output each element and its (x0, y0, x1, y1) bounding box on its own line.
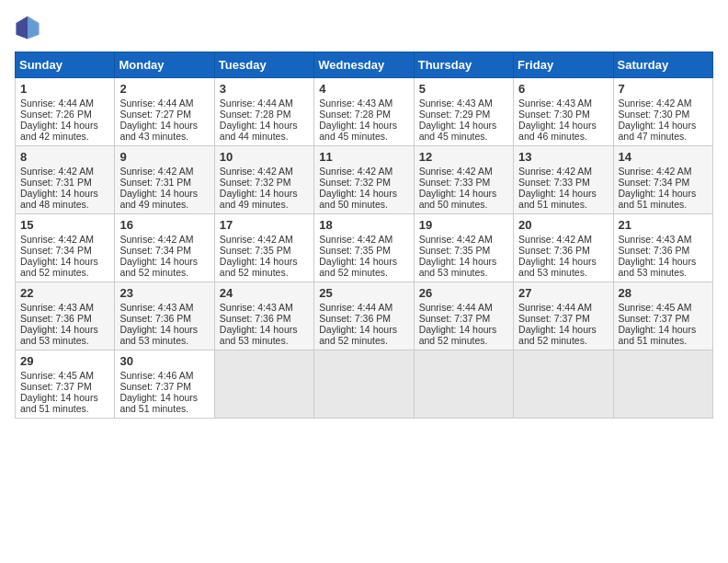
sunrise-label: Sunrise: 4:45 AM (619, 302, 692, 313)
calendar-cell (514, 350, 613, 419)
calendar-cell: 15 Sunrise: 4:42 AM Sunset: 7:34 PM Dayl… (16, 214, 115, 282)
sunset-label: Sunset: 7:33 PM (419, 177, 491, 188)
day-number: 24 (220, 286, 309, 300)
calendar-cell (214, 350, 313, 419)
calendar-cell: 23 Sunrise: 4:43 AM Sunset: 7:36 PM Dayl… (115, 282, 214, 350)
day-number: 28 (619, 286, 708, 300)
sunset-label: Sunset: 7:37 PM (119, 381, 191, 392)
sunrise-label: Sunrise: 4:43 AM (319, 98, 392, 109)
sunset-label: Sunset: 7:34 PM (20, 245, 92, 256)
calendar-cell: 21 Sunrise: 4:43 AM Sunset: 7:36 PM Dayl… (613, 214, 712, 282)
day-number: 13 (518, 150, 608, 164)
calendar-cell: 20 Sunrise: 4:42 AM Sunset: 7:36 PM Dayl… (514, 214, 613, 282)
calendar-cell: 11 Sunrise: 4:42 AM Sunset: 7:32 PM Dayl… (314, 146, 414, 214)
day-number: 11 (319, 150, 408, 164)
sunset-label: Sunset: 7:35 PM (220, 245, 291, 256)
sunrise-label: Sunrise: 4:44 AM (119, 98, 193, 109)
daylight-label: Daylight: 14 hours and 42 minutes. (20, 120, 98, 142)
daylight-label: Daylight: 14 hours and 45 minutes. (319, 120, 397, 142)
sunrise-label: Sunrise: 4:44 AM (20, 98, 94, 109)
daylight-label: Daylight: 14 hours and 43 minutes. (119, 120, 198, 142)
daylight-label: Daylight: 14 hours and 53 minutes. (518, 256, 597, 278)
weekday-header: Sunday (16, 52, 115, 78)
calendar-cell: 19 Sunrise: 4:42 AM Sunset: 7:35 PM Dayl… (414, 214, 513, 282)
sunrise-label: Sunrise: 4:43 AM (619, 234, 692, 245)
weekday-header: Monday (115, 52, 214, 78)
calendar-cell: 27 Sunrise: 4:44 AM Sunset: 7:37 PM Dayl… (514, 282, 613, 350)
weekday-header: Wednesday (314, 52, 414, 78)
sunrise-label: Sunrise: 4:42 AM (518, 166, 592, 177)
day-number: 15 (20, 218, 109, 232)
page-header (15, 15, 713, 40)
daylight-label: Daylight: 14 hours and 52 minutes. (518, 324, 597, 346)
day-number: 27 (518, 286, 608, 300)
day-number: 26 (419, 286, 508, 300)
sunrise-label: Sunrise: 4:45 AM (20, 370, 94, 381)
day-number: 21 (619, 218, 708, 232)
daylight-label: Daylight: 14 hours and 51 minutes. (119, 392, 198, 414)
sunset-label: Sunset: 7:30 PM (619, 109, 690, 120)
daylight-label: Daylight: 14 hours and 53 minutes. (119, 324, 198, 346)
daylight-label: Daylight: 14 hours and 52 minutes. (220, 256, 298, 278)
calendar-cell: 30 Sunrise: 4:46 AM Sunset: 7:37 PM Dayl… (115, 350, 214, 419)
sunrise-label: Sunrise: 4:42 AM (419, 234, 493, 245)
sunset-label: Sunset: 7:37 PM (619, 313, 690, 324)
sunset-label: Sunset: 7:36 PM (619, 245, 690, 256)
day-number: 2 (119, 82, 209, 96)
calendar-cell (314, 350, 414, 419)
sunrise-label: Sunrise: 4:43 AM (518, 98, 592, 109)
day-number: 10 (220, 150, 309, 164)
calendar-week-row: 8 Sunrise: 4:42 AM Sunset: 7:31 PM Dayli… (16, 146, 713, 214)
sunset-label: Sunset: 7:31 PM (119, 177, 191, 188)
sunset-label: Sunset: 7:36 PM (119, 313, 191, 324)
calendar-cell: 22 Sunrise: 4:43 AM Sunset: 7:36 PM Dayl… (16, 282, 115, 350)
day-number: 29 (20, 354, 109, 368)
daylight-label: Daylight: 14 hours and 52 minutes. (319, 256, 397, 278)
day-number: 6 (518, 82, 608, 96)
sunset-label: Sunset: 7:33 PM (518, 177, 590, 188)
sunrise-label: Sunrise: 4:42 AM (619, 98, 692, 109)
sunset-label: Sunset: 7:36 PM (319, 313, 391, 324)
sunset-label: Sunset: 7:26 PM (20, 109, 92, 120)
daylight-label: Daylight: 14 hours and 51 minutes. (518, 188, 597, 210)
sunrise-label: Sunrise: 4:43 AM (419, 98, 493, 109)
day-number: 12 (419, 150, 508, 164)
sunset-label: Sunset: 7:34 PM (119, 245, 191, 256)
calendar-cell: 24 Sunrise: 4:43 AM Sunset: 7:36 PM Dayl… (214, 282, 313, 350)
day-number: 8 (20, 150, 109, 164)
calendar-cell: 3 Sunrise: 4:44 AM Sunset: 7:28 PM Dayli… (214, 78, 313, 146)
sunrise-label: Sunrise: 4:42 AM (419, 166, 493, 177)
calendar-cell: 16 Sunrise: 4:42 AM Sunset: 7:34 PM Dayl… (115, 214, 214, 282)
logo-icon (15, 15, 40, 40)
sunset-label: Sunset: 7:32 PM (220, 177, 291, 188)
daylight-label: Daylight: 14 hours and 53 minutes. (20, 324, 98, 346)
daylight-label: Daylight: 14 hours and 50 minutes. (319, 188, 397, 210)
logo (15, 15, 44, 40)
day-number: 9 (119, 150, 209, 164)
weekday-header: Saturday (613, 52, 712, 78)
sunset-label: Sunset: 7:28 PM (220, 109, 291, 120)
calendar-week-row: 22 Sunrise: 4:43 AM Sunset: 7:36 PM Dayl… (16, 282, 713, 350)
sunrise-label: Sunrise: 4:42 AM (119, 234, 193, 245)
daylight-label: Daylight: 14 hours and 51 minutes. (619, 188, 697, 210)
calendar-cell: 2 Sunrise: 4:44 AM Sunset: 7:27 PM Dayli… (115, 78, 214, 146)
daylight-label: Daylight: 14 hours and 53 minutes. (619, 256, 697, 278)
day-number: 1 (20, 82, 109, 96)
sunrise-label: Sunrise: 4:42 AM (119, 166, 193, 177)
day-number: 3 (220, 82, 309, 96)
sunrise-label: Sunrise: 4:43 AM (220, 302, 293, 313)
sunset-label: Sunset: 7:36 PM (518, 245, 590, 256)
daylight-label: Daylight: 14 hours and 50 minutes. (419, 188, 497, 210)
sunrise-label: Sunrise: 4:42 AM (518, 234, 592, 245)
weekday-header: Thursday (414, 52, 513, 78)
sunrise-label: Sunrise: 4:42 AM (220, 166, 293, 177)
calendar-cell: 1 Sunrise: 4:44 AM Sunset: 7:26 PM Dayli… (16, 78, 115, 146)
daylight-label: Daylight: 14 hours and 53 minutes. (220, 324, 298, 346)
day-number: 19 (419, 218, 508, 232)
sunset-label: Sunset: 7:31 PM (20, 177, 92, 188)
sunrise-label: Sunrise: 4:42 AM (319, 166, 392, 177)
weekday-header: Friday (514, 52, 613, 78)
day-number: 18 (319, 218, 408, 232)
calendar-cell: 25 Sunrise: 4:44 AM Sunset: 7:36 PM Dayl… (314, 282, 414, 350)
svg-marker-1 (28, 16, 40, 39)
